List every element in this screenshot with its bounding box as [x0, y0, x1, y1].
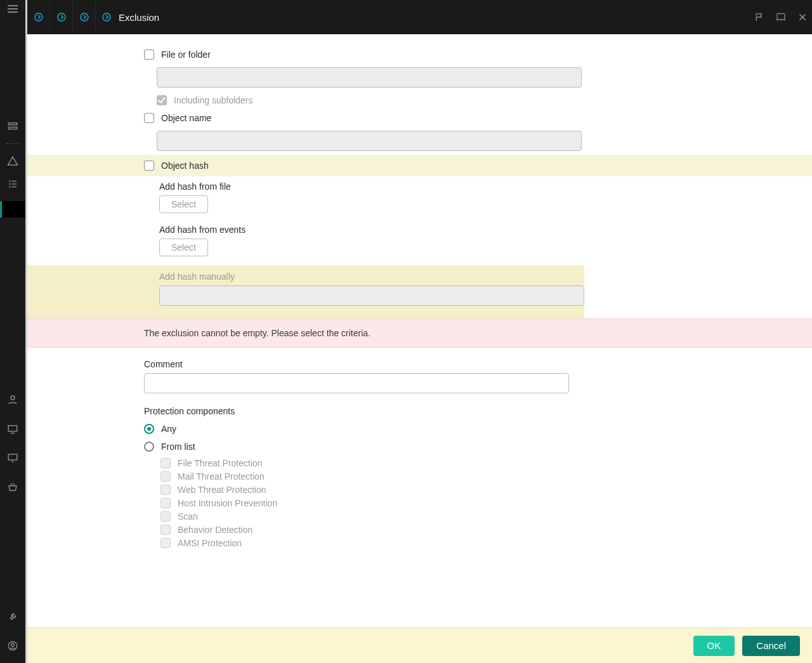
comment-input[interactable] — [144, 373, 569, 393]
component-checkbox — [160, 471, 171, 482]
file-or-folder-input[interactable] — [157, 67, 582, 88]
radio-from-list-label: From list — [161, 442, 195, 452]
flag-icon[interactable] — [754, 12, 764, 22]
radio-from-list[interactable] — [144, 442, 154, 452]
radio-any-row: Any — [27, 419, 812, 438]
nav-sidebar — [0, 0, 25, 663]
svg-rect-0 — [8, 123, 17, 125]
basket-icon[interactable] — [7, 482, 18, 493]
component-label: Web Threat Protection — [178, 485, 266, 495]
select-hash-file-button[interactable]: Select — [159, 195, 208, 213]
svg-rect-4 — [8, 454, 17, 460]
select-hash-events-button[interactable]: Select — [159, 239, 208, 256]
breadcrumb-chevron-1[interactable] — [27, 0, 50, 34]
svg-point-2 — [11, 396, 15, 400]
file-or-folder-checkbox[interactable] — [144, 49, 154, 60]
alert-icon[interactable] — [7, 155, 18, 167]
dialog-header: Exclusion — [27, 0, 812, 34]
menu-icon[interactable] — [8, 5, 18, 13]
file-or-folder-input-row — [27, 63, 812, 91]
component-label: AMSI Protection — [178, 538, 242, 548]
active-nav-indicator — [0, 201, 25, 218]
wrench-icon[interactable] — [7, 611, 18, 622]
radio-any-label: Any — [161, 424, 176, 434]
protection-components-label: Protection components — [27, 397, 812, 419]
object-name-row: Object name — [27, 109, 812, 127]
including-subfolders-checkbox[interactable] — [157, 95, 167, 105]
dialog-body: File or folder Including subfolders Obje… — [27, 34, 812, 627]
dialog-title: Exclusion — [119, 12, 159, 23]
divider — [6, 143, 19, 144]
account-icon[interactable] — [7, 640, 18, 652]
add-hash-manual-label: Add hash manually — [27, 272, 584, 284]
file-or-folder-label: File or folder — [161, 49, 211, 60]
component-checkbox — [160, 498, 171, 508]
object-hash-checkbox[interactable] — [144, 161, 154, 171]
svg-point-9 — [81, 13, 88, 21]
component-checkbox — [160, 485, 171, 495]
component-checkbox — [160, 458, 171, 468]
svg-rect-1 — [8, 128, 17, 129]
manual-hash-block: Add hash manually — [27, 265, 584, 318]
dialog-footer: OK Cancel — [27, 627, 812, 663]
manual-hash-input[interactable] — [159, 286, 584, 306]
app-root: Exclusion File or folder Including subfo… — [0, 0, 812, 663]
radio-fromlist-row: From list — [27, 438, 812, 456]
svg-rect-3 — [8, 426, 17, 431]
devices-icon[interactable] — [7, 423, 18, 435]
close-icon[interactable] — [797, 12, 808, 22]
add-hash-file-label: Add hash from file — [27, 176, 812, 194]
radio-any[interactable] — [144, 424, 154, 434]
svg-point-8 — [58, 13, 65, 21]
component-label: Host Intrusion Prevention — [178, 498, 277, 508]
object-name-label: Object name — [161, 113, 211, 123]
monitor-icon[interactable] — [7, 452, 18, 464]
including-subfolders-label: Including subfolders — [174, 95, 253, 105]
book-icon[interactable] — [776, 12, 786, 22]
list-icon[interactable] — [7, 178, 18, 190]
breadcrumb-chevron-3[interactable] — [73, 0, 96, 34]
component-checkbox — [160, 538, 171, 548]
svg-point-7 — [35, 13, 43, 21]
components-list: File Threat Protection Mail Threat Prote… — [27, 456, 812, 548]
component-checkbox — [160, 525, 171, 535]
component-label: Behavior Detection — [178, 525, 252, 535]
bg-panel-3 — [27, 0, 27, 663]
object-name-input-row — [27, 127, 812, 155]
component-label: Mail Threat Protection — [178, 471, 265, 482]
ok-button[interactable]: OK — [693, 636, 735, 656]
object-name-checkbox[interactable] — [144, 113, 154, 123]
comment-label: Comment — [27, 348, 812, 372]
component-checkbox — [160, 511, 171, 522]
dashboard-icon[interactable] — [7, 121, 18, 132]
object-hash-row: Object hash — [27, 155, 812, 176]
component-label: Scan — [178, 511, 198, 522]
svg-point-6 — [11, 643, 15, 647]
file-or-folder-row: File or folder — [27, 46, 812, 63]
object-hash-label: Object hash — [161, 161, 209, 171]
user-icon[interactable] — [7, 394, 18, 405]
breadcrumb-chevron-2[interactable] — [50, 0, 73, 34]
chevron-circle-icon — [101, 11, 112, 23]
add-hash-events-label: Add hash from events — [27, 217, 812, 237]
component-label: File Threat Protection — [178, 458, 263, 468]
svg-point-10 — [103, 13, 110, 21]
cancel-button[interactable]: Cancel — [742, 636, 800, 656]
exclusion-dialog: Exclusion File or folder Including subfo… — [27, 0, 812, 663]
object-name-input[interactable] — [157, 131, 582, 151]
including-subfolders-row: Including subfolders — [27, 91, 812, 109]
hash-block: Add hash from file Select Add hash from … — [27, 176, 812, 265]
error-message: The exclusion cannot be empty. Please se… — [27, 318, 812, 348]
